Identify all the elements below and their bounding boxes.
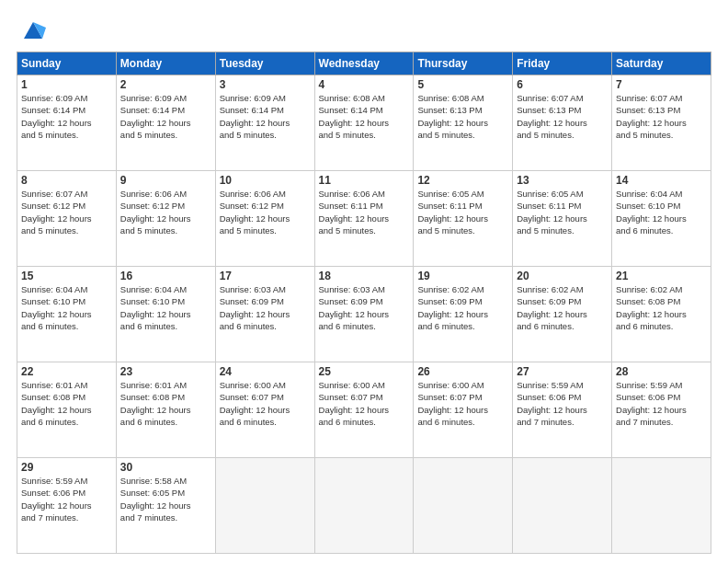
- day-info: Sunrise: 6:02 AMSunset: 6:09 PMDaylight:…: [517, 283, 608, 332]
- week-row-2: 8Sunrise: 6:07 AMSunset: 6:12 PMDaylight…: [17, 171, 711, 267]
- day-number: 9: [120, 174, 211, 187]
- day-number: 16: [120, 270, 211, 282]
- calendar-cell: 11Sunrise: 6:06 AMSunset: 6:11 PMDayligh…: [314, 171, 414, 267]
- day-number: 27: [517, 365, 608, 378]
- logo: [17, 17, 46, 42]
- day-number: 3: [220, 78, 311, 91]
- calendar-cell: 26Sunrise: 6:00 AMSunset: 6:07 PMDayligh…: [414, 362, 513, 458]
- day-number: 13: [517, 174, 608, 187]
- week-row-5: 29Sunrise: 5:59 AMSunset: 6:06 PMDayligh…: [17, 458, 711, 554]
- day-number: 30: [120, 461, 211, 474]
- calendar-cell: 5Sunrise: 6:08 AMSunset: 6:13 PMDaylight…: [414, 75, 513, 171]
- day-info: Sunrise: 6:00 AMSunset: 6:07 PMDaylight:…: [220, 379, 311, 428]
- day-number: 19: [417, 270, 508, 282]
- weekday-thursday: Thursday: [414, 52, 513, 75]
- week-row-1: 1Sunrise: 6:09 AMSunset: 6:14 PMDaylight…: [17, 75, 711, 171]
- calendar-table: SundayMondayTuesdayWednesdayThursdayFrid…: [17, 52, 711, 554]
- day-info: Sunrise: 6:00 AMSunset: 6:07 PMDaylight:…: [417, 379, 508, 428]
- calendar-cell: 3Sunrise: 6:09 AMSunset: 6:14 PMDaylight…: [215, 75, 314, 171]
- calendar-cell: 9Sunrise: 6:06 AMSunset: 6:12 PMDaylight…: [116, 171, 215, 267]
- calendar-cell: 4Sunrise: 6:08 AMSunset: 6:14 PMDaylight…: [314, 75, 414, 171]
- day-number: 21: [616, 270, 707, 282]
- day-info: Sunrise: 6:07 AMSunset: 6:13 PMDaylight:…: [616, 92, 707, 141]
- calendar-cell: [612, 458, 711, 554]
- day-info: Sunrise: 6:04 AMSunset: 6:10 PMDaylight:…: [120, 283, 211, 332]
- day-number: 23: [120, 365, 211, 378]
- weekday-saturday: Saturday: [612, 52, 711, 75]
- day-info: Sunrise: 5:59 AMSunset: 6:06 PMDaylight:…: [616, 379, 707, 428]
- day-info: Sunrise: 6:03 AMSunset: 6:09 PMDaylight:…: [220, 283, 311, 332]
- day-info: Sunrise: 6:04 AMSunset: 6:10 PMDaylight:…: [21, 283, 112, 332]
- day-number: 15: [21, 270, 112, 282]
- day-info: Sunrise: 5:59 AMSunset: 6:06 PMDaylight:…: [21, 475, 112, 523]
- day-number: 24: [220, 365, 311, 378]
- calendar-cell: 8Sunrise: 6:07 AMSunset: 6:12 PMDaylight…: [17, 171, 117, 267]
- day-number: 28: [616, 365, 707, 378]
- day-info: Sunrise: 6:09 AMSunset: 6:14 PMDaylight:…: [220, 92, 311, 141]
- calendar-cell: 6Sunrise: 6:07 AMSunset: 6:13 PMDaylight…: [513, 75, 612, 171]
- day-info: Sunrise: 6:01 AMSunset: 6:08 PMDaylight:…: [21, 379, 112, 428]
- calendar-body: 1Sunrise: 6:09 AMSunset: 6:14 PMDaylight…: [17, 75, 711, 554]
- calendar-cell: 18Sunrise: 6:03 AMSunset: 6:09 PMDayligh…: [314, 267, 414, 362]
- calendar-cell: 29Sunrise: 5:59 AMSunset: 6:06 PMDayligh…: [17, 458, 117, 554]
- calendar-cell: 10Sunrise: 6:06 AMSunset: 6:12 PMDayligh…: [215, 171, 314, 267]
- day-info: Sunrise: 6:00 AMSunset: 6:07 PMDaylight:…: [319, 379, 410, 428]
- day-info: Sunrise: 6:03 AMSunset: 6:09 PMDaylight:…: [319, 283, 410, 332]
- weekday-friday: Friday: [513, 52, 612, 75]
- day-number: 10: [220, 174, 311, 187]
- day-info: Sunrise: 6:07 AMSunset: 6:12 PMDaylight:…: [21, 188, 112, 236]
- day-info: Sunrise: 6:06 AMSunset: 6:11 PMDaylight:…: [319, 188, 410, 236]
- calendar-cell: 27Sunrise: 5:59 AMSunset: 6:06 PMDayligh…: [513, 362, 612, 458]
- calendar-cell: 21Sunrise: 6:02 AMSunset: 6:08 PMDayligh…: [612, 267, 711, 362]
- calendar-cell: 1Sunrise: 6:09 AMSunset: 6:14 PMDaylight…: [17, 75, 117, 171]
- calendar-cell: 24Sunrise: 6:00 AMSunset: 6:07 PMDayligh…: [215, 362, 314, 458]
- week-row-3: 15Sunrise: 6:04 AMSunset: 6:10 PMDayligh…: [17, 267, 711, 362]
- weekday-wednesday: Wednesday: [314, 52, 414, 75]
- day-number: 11: [319, 174, 410, 187]
- day-info: Sunrise: 6:04 AMSunset: 6:10 PMDaylight:…: [616, 188, 707, 236]
- calendar-cell: 2Sunrise: 6:09 AMSunset: 6:14 PMDaylight…: [116, 75, 215, 171]
- day-number: 26: [417, 365, 508, 378]
- day-info: Sunrise: 6:02 AMSunset: 6:08 PMDaylight:…: [616, 283, 707, 332]
- day-number: 6: [517, 78, 608, 91]
- day-number: 29: [21, 461, 112, 474]
- day-number: 8: [21, 174, 112, 187]
- day-number: 17: [220, 270, 311, 282]
- day-number: 25: [319, 365, 410, 378]
- day-info: Sunrise: 5:59 AMSunset: 6:06 PMDaylight:…: [517, 379, 608, 428]
- day-number: 18: [319, 270, 410, 282]
- logo-icon: [20, 17, 46, 42]
- calendar-cell: 23Sunrise: 6:01 AMSunset: 6:08 PMDayligh…: [116, 362, 215, 458]
- week-row-4: 22Sunrise: 6:01 AMSunset: 6:08 PMDayligh…: [17, 362, 711, 458]
- calendar-cell: [513, 458, 612, 554]
- calendar-cell: 19Sunrise: 6:02 AMSunset: 6:09 PMDayligh…: [414, 267, 513, 362]
- calendar-cell: 28Sunrise: 5:59 AMSunset: 6:06 PMDayligh…: [612, 362, 711, 458]
- day-info: Sunrise: 6:05 AMSunset: 6:11 PMDaylight:…: [417, 188, 508, 236]
- calendar-cell: 22Sunrise: 6:01 AMSunset: 6:08 PMDayligh…: [17, 362, 117, 458]
- day-info: Sunrise: 6:06 AMSunset: 6:12 PMDaylight:…: [120, 188, 211, 236]
- calendar-cell: 17Sunrise: 6:03 AMSunset: 6:09 PMDayligh…: [215, 267, 314, 362]
- day-number: 2: [120, 78, 211, 91]
- header: [17, 17, 711, 42]
- day-number: 4: [319, 78, 410, 91]
- calendar-cell: 7Sunrise: 6:07 AMSunset: 6:13 PMDaylight…: [612, 75, 711, 171]
- calendar-cell: [215, 458, 314, 554]
- day-info: Sunrise: 5:58 AMSunset: 6:05 PMDaylight:…: [120, 475, 211, 523]
- calendar-cell: 30Sunrise: 5:58 AMSunset: 6:05 PMDayligh…: [116, 458, 215, 554]
- page: SundayMondayTuesdayWednesdayThursdayFrid…: [0, 0, 728, 563]
- weekday-monday: Monday: [116, 52, 215, 75]
- weekday-sunday: Sunday: [17, 52, 117, 75]
- day-number: 7: [616, 78, 707, 91]
- calendar-cell: [414, 458, 513, 554]
- day-number: 12: [417, 174, 508, 187]
- day-info: Sunrise: 6:08 AMSunset: 6:13 PMDaylight:…: [417, 92, 508, 141]
- day-number: 5: [417, 78, 508, 91]
- day-number: 1: [21, 78, 112, 91]
- day-info: Sunrise: 6:06 AMSunset: 6:12 PMDaylight:…: [220, 188, 311, 236]
- day-info: Sunrise: 6:08 AMSunset: 6:14 PMDaylight:…: [319, 92, 410, 141]
- day-number: 14: [616, 174, 707, 187]
- calendar-cell: 20Sunrise: 6:02 AMSunset: 6:09 PMDayligh…: [513, 267, 612, 362]
- day-info: Sunrise: 6:09 AMSunset: 6:14 PMDaylight:…: [21, 92, 112, 141]
- calendar-cell: 14Sunrise: 6:04 AMSunset: 6:10 PMDayligh…: [612, 171, 711, 267]
- day-info: Sunrise: 6:02 AMSunset: 6:09 PMDaylight:…: [417, 283, 508, 332]
